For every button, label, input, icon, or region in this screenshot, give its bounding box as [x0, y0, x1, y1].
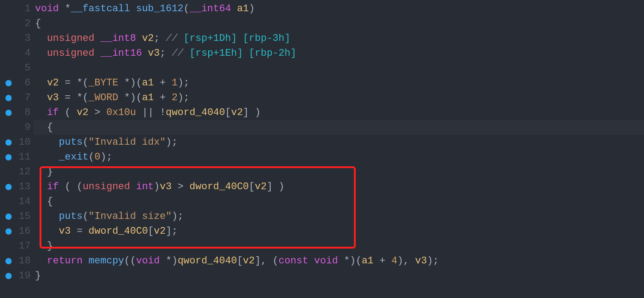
line-number[interactable]: 6 — [0, 76, 33, 90]
token-num: 1 — [172, 77, 178, 89]
token-fn: _exit — [59, 151, 89, 163]
line-number[interactable]: 2 — [0, 16, 33, 31]
line-number[interactable]: 8 — [0, 105, 33, 120]
line-number[interactable]: 10 — [0, 135, 33, 150]
token-var: v2 — [154, 226, 165, 237]
code-line[interactable]: if ( v2 > 0x10u || !qword_4040[v2] ) — [33, 105, 644, 120]
token-var: qword_4040 — [165, 107, 225, 118]
breakpoint-icon[interactable] — [5, 184, 12, 190]
breakpoint-icon[interactable] — [5, 80, 12, 86]
code-line[interactable]: } — [33, 268, 644, 283]
breakpoint-icon[interactable] — [5, 110, 12, 116]
code-line[interactable]: _exit(0); — [33, 150, 644, 165]
line-number[interactable]: 18 — [0, 254, 33, 268]
token-var: v2 — [255, 181, 267, 192]
token-var: v2 — [243, 255, 255, 267]
token-num: 0 — [94, 151, 100, 163]
token-var: dword_40C0 — [189, 181, 249, 192]
code-line[interactable]: } — [33, 239, 644, 254]
line-number[interactable]: 4 — [0, 46, 33, 61]
token-fn: puts — [59, 211, 83, 222]
code-line[interactable]: void *__fastcall sub_1612(__int64 a1) — [33, 1, 644, 16]
token-cast: _BYTE — [89, 77, 118, 89]
token-num: 0x10u — [106, 107, 136, 118]
code-line[interactable]: { — [33, 194, 644, 209]
code-line[interactable]: v2 = *(_BYTE *)(a1 + 1); — [33, 76, 644, 90]
token-var: a1 — [362, 255, 373, 267]
breakpoint-icon[interactable] — [5, 154, 12, 160]
code-area[interactable]: void *__fastcall sub_1612(__int64 a1){ u… — [33, 0, 644, 298]
token-var: qword_4040 — [178, 255, 237, 267]
token-lit: "Invalid size" — [89, 211, 172, 222]
line-number[interactable]: 9 — [0, 120, 33, 135]
code-line[interactable]: unsigned __int16 v3; // [rsp+1Eh] [rbp-2… — [33, 46, 644, 61]
token-var: v3 — [59, 226, 71, 237]
token-var: v3 — [160, 181, 171, 192]
line-number[interactable]: 5 — [0, 61, 33, 76]
line-number[interactable]: 3 — [0, 31, 33, 46]
line-number[interactable]: 17 — [0, 239, 33, 254]
token-cast: _WORD — [89, 92, 118, 103]
breakpoint-icon[interactable] — [5, 213, 12, 220]
token-var: v3 — [415, 255, 427, 267]
token-var: a1 — [142, 92, 154, 103]
line-number[interactable]: 1 — [0, 1, 33, 16]
token-cmt: // — [165, 33, 177, 44]
breakpoint-icon[interactable] — [5, 139, 12, 146]
token-var: a1 — [142, 77, 154, 89]
token-var: dword_40C0 — [89, 226, 148, 237]
line-number[interactable]: 16 — [0, 224, 33, 239]
breakpoint-icon[interactable] — [5, 273, 12, 279]
code-line[interactable]: v3 = *(_WORD *)(a1 + 2); — [33, 90, 644, 105]
code-line[interactable]: unsigned __int8 v2; // [rsp+1Dh] [rbp-3h… — [33, 31, 644, 46]
line-number[interactable]: 14 — [0, 194, 33, 209]
token-var: v3 — [47, 92, 58, 103]
line-number[interactable]: 13 — [0, 179, 33, 194]
code-line[interactable]: v3 = dword_40C0[v2]; — [33, 224, 644, 239]
breakpoint-icon[interactable] — [5, 95, 12, 101]
line-number[interactable]: 12 — [0, 165, 33, 179]
token-var: v2 — [47, 77, 58, 89]
token-fn: __fastcall sub_1612 — [71, 3, 183, 14]
code-line[interactable]: puts("Invalid idx"); — [33, 135, 644, 150]
token-var: v2 — [76, 107, 88, 118]
code-line[interactable]: return memcpy((void *)qword_4040[v2], (c… — [33, 254, 644, 268]
code-line[interactable]: { — [33, 120, 644, 135]
token-cmt2: [rsp+1Eh] [rbp-2h] — [183, 48, 296, 59]
line-number[interactable]: 7 — [0, 90, 33, 105]
token-cmt: // — [172, 48, 183, 59]
line-number[interactable]: 11 — [0, 150, 33, 165]
token-var: a1 — [237, 3, 249, 14]
breakpoint-icon[interactable] — [5, 228, 12, 235]
line-number[interactable]: 19 — [0, 268, 33, 283]
token-fn: puts — [59, 137, 83, 148]
code-editor: 12345678910111213141516171819 void *__fa… — [0, 0, 644, 298]
line-number[interactable]: 15 — [0, 209, 33, 224]
token-var: v3 — [148, 48, 160, 59]
token-var: v2 — [231, 107, 243, 118]
breakpoint-icon[interactable] — [5, 258, 12, 264]
code-line[interactable]: puts("Invalid size"); — [33, 209, 644, 224]
code-line[interactable]: { — [33, 16, 644, 31]
token-lit: "Invalid idx" — [89, 137, 166, 148]
token-fn: memcpy — [89, 255, 124, 267]
code-line[interactable]: } — [33, 165, 644, 179]
token-num: 4 — [391, 255, 397, 267]
code-line[interactable]: if ( (unsigned int)v3 > dword_40C0[v2] ) — [33, 179, 644, 194]
code-line[interactable] — [33, 61, 644, 76]
token-num: 2 — [172, 92, 178, 103]
gutter: 12345678910111213141516171819 — [0, 0, 33, 298]
token-cmt2: [rsp+1Dh] [rbp-3h] — [178, 33, 291, 44]
token-var: v2 — [142, 33, 154, 44]
